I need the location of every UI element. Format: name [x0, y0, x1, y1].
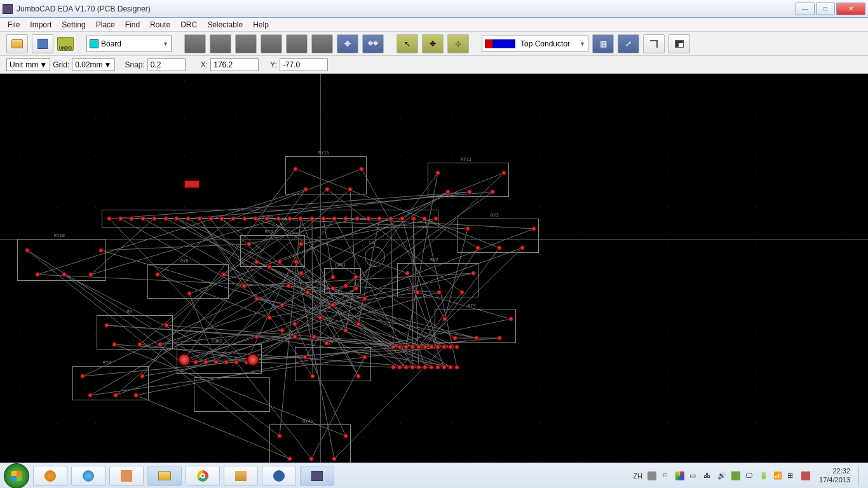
pan-tool-button[interactable]: ✥ — [422, 34, 444, 53]
clock[interactable]: 22:32 17/4/2013 — [819, 467, 850, 484]
pad — [305, 290, 310, 295]
menu-drc[interactable]: DRC — [175, 18, 202, 31]
undo-button[interactable]: UNDO — [57, 37, 74, 51]
pad — [391, 344, 396, 349]
pad — [287, 456, 292, 461]
grid-dropdown[interactable]: 0.02mm ▼ — [72, 58, 114, 71]
tray-icon[interactable]: 🖵 — [745, 471, 754, 480]
folder-icon — [158, 471, 171, 480]
grid-button[interactable]: ▦ — [592, 34, 614, 53]
unit-dropdown[interactable]: Unit mm ▼ — [6, 58, 50, 71]
toolbar-row-2: Unit mm ▼ Grid: 0.02mm ▼ Snap: X: Y: — [0, 56, 868, 74]
show-desktop-button[interactable] — [858, 466, 864, 486]
tool-button-1[interactable] — [184, 34, 206, 53]
network-icon[interactable]: 🖧 — [703, 471, 712, 480]
refdes-label: RY2 — [430, 257, 438, 262]
pad — [133, 393, 139, 398]
crosshair-vertical — [320, 74, 321, 463]
menu-help[interactable]: Help — [248, 18, 274, 31]
menu-setting[interactable]: Setting — [57, 18, 90, 31]
pad — [292, 322, 297, 327]
pad — [416, 344, 421, 349]
cursor-tool-button[interactable]: ↖ — [397, 34, 418, 53]
menu-find[interactable]: Find — [120, 18, 145, 31]
measure-tool-button[interactable]: ⊹ — [447, 34, 469, 53]
component-block — [184, 180, 200, 188]
start-button[interactable] — [4, 463, 29, 489]
menu-selectable[interactable]: Selectable — [202, 18, 248, 31]
pad — [303, 187, 308, 192]
taskbar-app-chrome[interactable] — [186, 466, 220, 486]
taskbar-app-mediaplayer[interactable] — [33, 466, 67, 486]
taskbar-app-1[interactable] — [109, 466, 144, 486]
menu-file[interactable]: File — [3, 18, 25, 31]
chevron-down-icon: ▼ — [39, 60, 47, 69]
pcb-canvas[interactable]: C2RY11RY12RY3RY2RY4RY10RY8RYRY9RY4bRY7RY… — [0, 74, 868, 463]
tool-button-2[interactable] — [210, 34, 231, 53]
pad — [330, 286, 336, 291]
layer-combo[interactable]: Top Conductor ▼ — [482, 36, 588, 52]
pad — [467, 189, 472, 194]
diag-button[interactable]: ⤢ — [618, 34, 639, 53]
taskbar-app-3[interactable] — [262, 466, 296, 486]
taskbar-app-ie[interactable] — [71, 466, 105, 486]
pad — [299, 271, 304, 276]
taskbar-app-explorer[interactable] — [147, 466, 182, 486]
save-button[interactable] — [32, 34, 53, 53]
tool-button-5[interactable] — [286, 34, 308, 53]
y-label: Y: — [270, 60, 277, 69]
taskbar-app-jumbocad[interactable] — [300, 466, 334, 486]
tray-icon[interactable]: ⊞ — [787, 471, 796, 480]
title-bar: JumboCAD EDA V1.70 (PCB Designer) — □ ✕ — [0, 0, 868, 18]
y-input[interactable] — [280, 58, 328, 71]
x-input[interactable] — [210, 58, 259, 71]
pad — [309, 456, 314, 461]
pad — [416, 365, 421, 370]
chevron-down-icon: ▼ — [104, 60, 112, 69]
maximize-button[interactable]: □ — [816, 3, 835, 15]
snap-input[interactable] — [147, 58, 186, 71]
board-swatch-icon — [90, 39, 98, 48]
battery-icon[interactable]: 🔋 — [759, 471, 768, 480]
volume-icon[interactable]: 🔊 — [717, 471, 726, 480]
taskbar-app-2[interactable] — [224, 466, 258, 486]
pad — [164, 323, 169, 328]
menu-route[interactable]: Route — [145, 18, 175, 31]
tray-icon[interactable]: ▭ — [689, 471, 698, 480]
tool-button-3[interactable] — [235, 34, 257, 53]
pad — [332, 456, 337, 461]
pad — [104, 323, 109, 328]
pad — [287, 216, 292, 221]
wifi-icon[interactable]: 📶 — [773, 471, 782, 480]
close-button[interactable]: ✕ — [836, 3, 865, 15]
pad — [490, 189, 495, 194]
tray-icon[interactable] — [675, 471, 684, 480]
menu-place[interactable]: Place — [91, 18, 120, 31]
tool-button-6[interactable] — [311, 34, 333, 53]
menu-import[interactable]: Import — [25, 18, 57, 31]
bridge-tool-button[interactable]: �� — [362, 34, 384, 53]
tray-icon[interactable] — [801, 471, 810, 480]
move-tool-button[interactable]: ✥ — [337, 34, 358, 53]
refdes-label: RY3 — [491, 213, 499, 218]
tray-icon[interactable] — [648, 471, 656, 480]
chrome-icon — [197, 470, 208, 482]
pad — [242, 216, 247, 221]
refdes-label: RY10 — [54, 233, 65, 238]
board-combo[interactable]: Board ▼ — [86, 36, 172, 52]
shape-button-1[interactable] — [643, 34, 665, 53]
pad — [343, 328, 348, 333]
pad — [294, 259, 299, 264]
tray-icon[interactable] — [731, 471, 740, 480]
pad — [152, 216, 157, 221]
open-button[interactable] — [6, 34, 28, 53]
minimize-button[interactable]: — — [796, 3, 815, 15]
pad — [280, 302, 285, 308]
lang-indicator[interactable]: ZH — [633, 472, 642, 480]
system-tray: ZH ⚐ ▭ 🖧 🔊 🖵 🔋 📶 ⊞ 22:32 17/4/2013 — [633, 466, 864, 486]
tool-button-4[interactable] — [261, 34, 282, 53]
shape-button-2[interactable] — [668, 34, 690, 53]
pad — [311, 334, 316, 339]
refdes-label: RY5 — [265, 229, 273, 234]
tray-icon[interactable]: ⚐ — [661, 471, 670, 480]
